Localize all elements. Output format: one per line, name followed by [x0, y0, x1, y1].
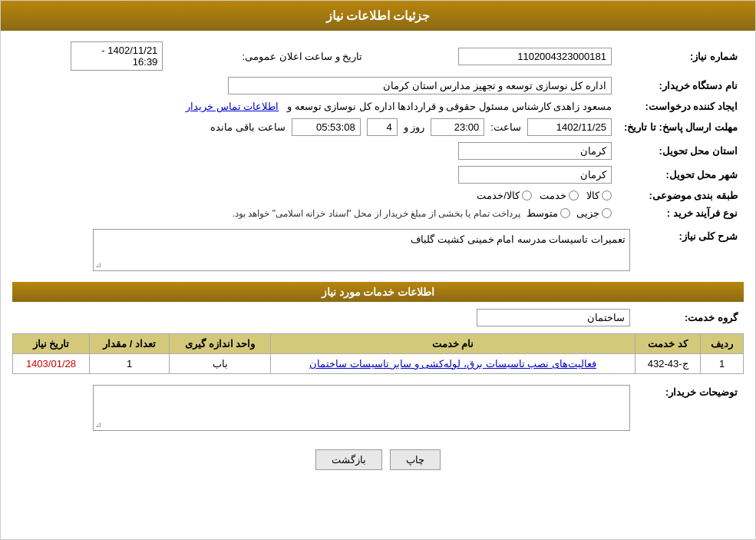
purchase-motavasset-label: متوسط — [527, 207, 558, 219]
subject-row: طبقه بندی موضوعی: کالا خدمت — [12, 187, 744, 204]
services-table-header: ردیف کد خدمت نام خدمت واحد اندازه گیری ت… — [13, 334, 744, 354]
subject-kala-label: کالا — [586, 190, 599, 201]
purchase-type-row: نوع فرآیند خرید : جزیی متوسط پرداخت تمام… — [12, 204, 744, 222]
tender-number-box: 1102004323000181 — [458, 48, 612, 65]
remain-time-label: ساعت باقی مانده — [210, 121, 285, 133]
buyer-notes-row: توضیحات خریدار: ⊿ — [12, 382, 744, 434]
purchase-motavasset[interactable]: متوسط — [527, 207, 570, 219]
col-unit: واحد اندازه گیری — [170, 334, 271, 354]
services-header-row: ردیف کد خدمت نام خدمت واحد اندازه گیری ت… — [13, 334, 744, 354]
deadline-date: 1402/11/25 — [527, 118, 612, 136]
buyer-org-label: نام دستگاه خریدار: — [618, 74, 744, 98]
bottom-buttons: چاپ بازگشت — [12, 438, 744, 482]
province-row: استان محل تحویل: کرمان — [12, 139, 744, 163]
buyer-notes-resize: ⊿ — [95, 420, 101, 429]
services-section-title: اطلاعات خدمات مورد نیاز — [12, 282, 744, 302]
cell-quantity: 1 — [89, 354, 169, 374]
province-value: کرمان — [458, 142, 612, 160]
page-title: جزئیات اطلاعات نیاز — [326, 9, 431, 22]
service-group-row: گروه خدمت: ساختمان — [12, 306, 744, 330]
col-date: تاریخ نیاز — [13, 334, 90, 354]
purchase-jozi-radio[interactable] — [602, 208, 612, 218]
deadline-days: 4 — [367, 118, 398, 136]
subject-both-label: کالا/خدمت — [477, 190, 520, 201]
creator-value-cell: مسعود زاهدی کارشناس مسئول حقوقی و قراردا… — [12, 98, 618, 115]
subject-radio-khedmat[interactable]: خدمت — [540, 190, 579, 201]
cell-service-name: فعالیت‌های نصب تاسیسات برق، لوله‌کشی و س… — [270, 354, 635, 374]
tender-announce-row: شماره نیاز: 1102004323000181 تاریخ و ساع… — [12, 38, 744, 74]
services-table-body: 1 ج-43-432 فعالیت‌های نصب تاسیسات برق، ل… — [13, 354, 744, 374]
tender-number-label: شماره نیاز: — [618, 38, 744, 74]
service-group-value-cell: ساختمان — [12, 306, 636, 330]
col-service-name: نام خدمت — [270, 334, 635, 354]
service-group-value: ساختمان — [477, 309, 630, 326]
description-table: شرح کلی نیاز: تعمیرات تاسیسات مدرسه امام… — [12, 226, 744, 274]
buyer-notes-box: ⊿ — [93, 385, 630, 431]
subject-kala-radio[interactable] — [602, 190, 612, 200]
city-value-cell: کرمان — [12, 163, 618, 187]
city-value: کرمان — [458, 166, 612, 184]
announce-label-cell: تاریخ و ساعت اعلان عمومی: — [169, 38, 368, 74]
buyer-org-row: نام دستگاه خریدار: اداره کل نوسازی توسعه… — [12, 74, 744, 98]
col-row-num: ردیف — [701, 334, 744, 354]
buyer-notes-value-cell: ⊿ — [12, 382, 636, 434]
description-value-cell: تعمیرات تاسیسات مدرسه امام خمینی کشیت گل… — [12, 226, 636, 274]
resize-handle: ⊿ — [95, 260, 101, 269]
description-value: تعمیرات تاسیسات مدرسه امام خمینی کشیت گل… — [411, 234, 626, 245]
subject-radio-both[interactable]: کالا/خدمت — [477, 190, 532, 201]
service-group-label: گروه خدمت: — [636, 306, 744, 330]
creator-link[interactable]: اطلاعات تماس خریدار — [186, 101, 279, 112]
city-row: شهر محل تحویل: کرمان — [12, 163, 744, 187]
subject-radio-group: کالا خدمت کالا/خدمت — [18, 190, 612, 201]
deadline-time-label: ساعت: — [490, 121, 521, 133]
col-service-code: کد خدمت — [636, 334, 701, 354]
subject-both-radio[interactable] — [522, 190, 532, 200]
deadline-days-label: روز و — [404, 121, 425, 133]
announce-value: 1402/11/21 - 16:39 — [71, 41, 163, 71]
purchase-type-value-cell: جزیی متوسط پرداخت تمام یا بخشی از مبلغ خ… — [12, 204, 618, 222]
subject-khedmat-radio[interactable] — [569, 190, 579, 200]
purchase-notice: پرداخت تمام یا بخشی از مبلغ خریدار از مح… — [233, 208, 520, 219]
creator-label: ایجاد کننده درخواست: — [618, 98, 744, 115]
cell-service-code: ج-43-432 — [636, 354, 701, 374]
buyer-org-value: اداره کل نوسازی توسعه و تجهیز مدارس استا… — [228, 77, 612, 94]
deadline-value-cell: 1402/11/25 ساعت: 23:00 روز و 4 05:53:08 … — [12, 115, 618, 139]
buyer-notes-table: توضیحات خریدار: ⊿ — [12, 382, 744, 434]
creator-value: مسعود زاهدی کارشناس مسئول حقوقی و قراردا… — [287, 101, 612, 112]
table-row: 1 ج-43-432 فعالیت‌های نصب تاسیسات برق، ل… — [13, 354, 744, 374]
subject-khedmat-label: خدمت — [540, 190, 566, 201]
announce-label: تاریخ و ساعت اعلان عمومی: — [242, 51, 362, 62]
subject-label: طبقه بندی موضوعی: — [618, 187, 744, 204]
buyer-org-value-cell: اداره کل نوسازی توسعه و تجهیز مدارس استا… — [12, 74, 618, 98]
creator-row: ایجاد کننده درخواست: مسعود زاهدی کارشناس… — [12, 98, 744, 115]
purchase-jozi-label: جزیی — [576, 207, 599, 219]
description-row: شرح کلی نیاز: تعمیرات تاسیسات مدرسه امام… — [12, 226, 744, 274]
main-content: شماره نیاز: 1102004323000181 تاریخ و ساع… — [1, 31, 755, 489]
subject-value-cell: کالا خدمت کالا/خدمت — [12, 187, 618, 204]
description-label: شرح کلی نیاز: — [636, 226, 744, 274]
city-label: شهر محل تحویل: — [618, 163, 744, 187]
description-box: تعمیرات تاسیسات مدرسه امام خمینی کشیت گل… — [93, 229, 630, 271]
province-label: استان محل تحویل: — [618, 139, 744, 163]
cell-date: 1403/01/28 — [13, 354, 90, 374]
buyer-notes-label: توضیحات خریدار: — [636, 382, 744, 434]
purchase-jozi[interactable]: جزیی — [576, 207, 612, 219]
cell-unit: باب — [170, 354, 271, 374]
deadline-time: 23:00 — [431, 118, 484, 136]
announce-value-cell: 1402/11/21 - 16:39 — [12, 38, 169, 74]
service-group-table: گروه خدمت: ساختمان — [12, 306, 744, 330]
col-quantity: تعداد / مقدار — [89, 334, 169, 354]
subject-radio-kala[interactable]: کالا — [586, 190, 612, 201]
purchase-type-label: نوع فرآیند خرید : — [618, 204, 744, 222]
services-table: ردیف کد خدمت نام خدمت واحد اندازه گیری ت… — [12, 333, 744, 374]
deadline-label: مهلت ارسال پاسخ: تا تاریخ: — [618, 115, 744, 139]
print-button[interactable]: چاپ — [390, 449, 441, 470]
province-value-cell: کرمان — [12, 139, 618, 163]
purchase-motavasset-radio[interactable] — [560, 208, 570, 218]
deadline-row: مهلت ارسال پاسخ: تا تاریخ: 1402/11/25 سا… — [12, 115, 744, 139]
remain-time: 05:53:08 — [292, 118, 361, 136]
back-button[interactable]: بازگشت — [315, 449, 382, 470]
cell-row-num: 1 — [701, 354, 744, 374]
tender-number-value: 1102004323000181 — [368, 38, 618, 74]
main-info-table: شماره نیاز: 1102004323000181 تاریخ و ساع… — [12, 38, 744, 222]
